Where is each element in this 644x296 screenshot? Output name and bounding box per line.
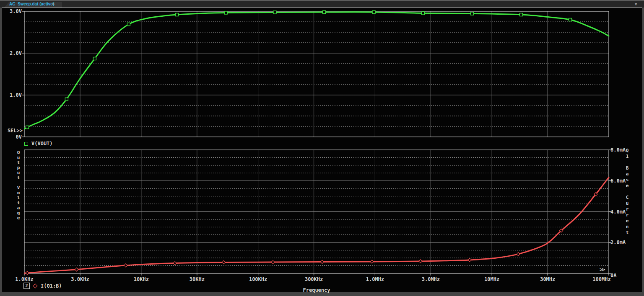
trace-square-symbol <box>24 142 28 146</box>
legend-vout-label: V(VOUT) <box>31 141 53 147</box>
trace-diamond-symbol <box>33 283 37 288</box>
tab-bar: AC_Sweep.dat (active) × ▼ <box>0 0 644 8</box>
left-axis-title: OutputVoltage <box>16 150 21 221</box>
legend-ib[interactable]: 2 I(Q1:B) <box>23 283 62 289</box>
legend-vout[interactable]: V(VOUT) <box>24 141 53 147</box>
sel-indicator: SEL>> <box>4 128 23 134</box>
legend-ib-label: I(Q1:B) <box>41 283 62 289</box>
tab-close-icon[interactable]: × <box>52 1 55 6</box>
chevron-down-icon[interactable]: ▼ <box>635 2 637 6</box>
pspice-plot-window: AC_Sweep.dat (active) × ▼ 3.0V2.0V1.0V0V… <box>0 0 644 296</box>
more-data-indicator: >> <box>600 266 605 273</box>
right-axis-title: Q1BaseCurrent <box>625 148 630 236</box>
tab-title: AC_Sweep.dat (active) <box>9 2 54 6</box>
plot-client-area[interactable] <box>2 8 642 292</box>
plot-number-badge: 2 <box>23 283 30 289</box>
x-axis-title: Frequency <box>291 287 342 293</box>
